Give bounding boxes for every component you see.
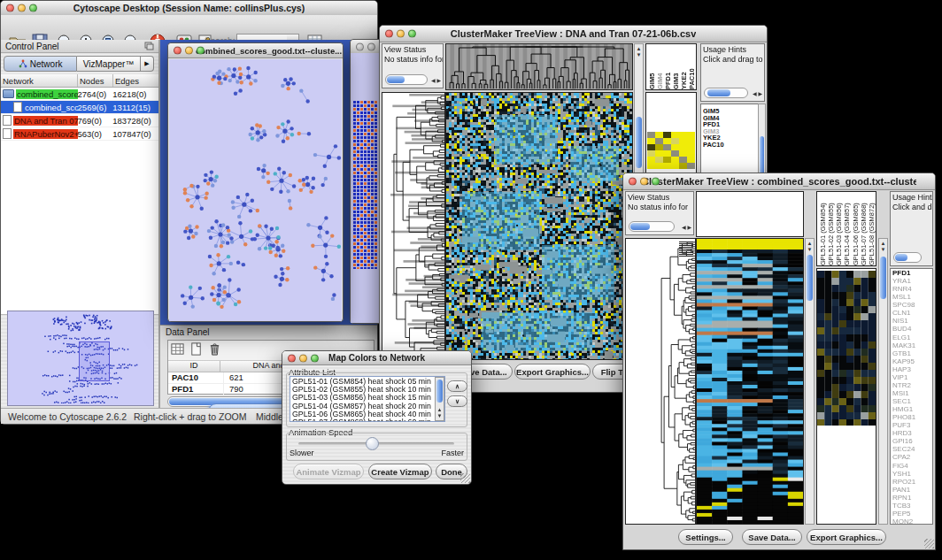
tv1-heatmap-global[interactable] [445,92,633,360]
matrix-cell[interactable] [663,132,671,138]
tv1-status-scrollbar[interactable] [385,74,428,85]
tv2-gene-label[interactable]: SEC1 [892,397,932,405]
tv1-button-2[interactable]: Export Graphics... [514,364,591,380]
dense-network-canvas[interactable] [353,101,378,269]
matrix-cell[interactable] [647,144,655,150]
tv1-hints-scrollbar[interactable] [704,88,748,98]
zoom-button[interactable] [197,47,205,55]
tv2-gene-label[interactable]: FIG4 [892,462,932,470]
matrix-cell[interactable] [655,144,663,150]
move-up-button[interactable]: ∧ [447,380,467,392]
zoom-button[interactable] [408,30,416,38]
network-graph-canvas[interactable] [169,59,342,321]
matrix-cell[interactable] [687,163,695,169]
tv2-gene-label[interactable]: RNR4 [892,285,932,293]
tv2-button-0[interactable]: Settings... [678,529,733,545]
tv2-gene-label[interactable]: PAN1 [892,486,932,494]
tv2-gene-label[interactable]: MSL1 [892,293,932,301]
tv2-gene-label[interactable]: MAK31 [892,341,932,349]
scroll-arrows[interactable]: ◀ ▶ [753,91,762,97]
tv2-gene-label[interactable]: RPN1 [892,494,932,502]
matrix-cell[interactable] [663,157,671,163]
tv2-gene-label[interactable]: GPI16 [892,437,932,445]
tv1-gene-label[interactable]: PAC10 [703,142,764,149]
create-vizmap-button[interactable]: Create Vizmap [368,464,432,479]
tv2-button-1[interactable]: Save Data... [742,529,802,545]
main-title-bar[interactable]: Cytoscape Desktop (Session Name: collins… [1,1,377,16]
matrix-cell[interactable] [687,150,695,157]
tv2-gene-label[interactable]: CLN1 [892,309,932,317]
birdseye-view[interactable] [7,311,154,406]
tv2-gene-label[interactable]: NTR2 [892,381,932,389]
network-view-window[interactable]: combined_scores_good.txt--cluste... [167,42,344,322]
tv2-gene-label[interactable]: HRD3 [892,429,932,437]
tv2-column-dendrogram[interactable] [696,191,804,237]
tv1-gene-label[interactable]: YKE2 [703,134,764,142]
float-panel-icon[interactable] [144,42,154,50]
close-button[interactable] [6,4,14,12]
matrix-cell[interactable] [655,138,663,144]
matrix-cell[interactable] [671,163,679,169]
tv2-gene-label[interactable]: YRA1 [892,277,932,285]
scroll-arrows[interactable]: ◀ ▶ [682,225,691,231]
tv2-vscrollbar-zoom[interactable]: ▲▼ [878,238,888,525]
tv2-gene-label[interactable]: HAP3 [892,365,932,373]
matrix-cell[interactable] [687,144,695,150]
attribute-list-scrollbar[interactable]: ▲ ▼ [435,377,444,421]
tab-vizmapper[interactable]: VizMapper™ [77,56,141,72]
matrix-cell[interactable] [655,132,663,138]
matrix-cell[interactable] [663,150,671,157]
zoom-button[interactable] [29,4,37,12]
create-attribute-icon[interactable] [189,341,204,357]
tv2-gene-label[interactable]: HMG1 [892,405,932,413]
matrix-cell[interactable] [679,132,687,138]
close-button[interactable] [356,42,364,50]
matrix-cell[interactable] [679,163,687,169]
tv1-gene-label[interactable]: GIM5 [703,108,764,115]
tv1-similarity-matrix[interactable] [647,132,695,169]
tv2-gene-label[interactable]: PEP5 [892,510,932,518]
map-colors-dialog[interactable]: Map Colors to Network Attribute List GPL… [282,350,472,485]
tv2-gene-label[interactable]: PHO81 [892,413,932,421]
close-button[interactable] [288,354,296,362]
network-table-header[interactable]: Network Nodes Edges [1,74,158,88]
matrix-cell[interactable] [647,138,655,144]
tv1-gene-label[interactable]: GIM3 [703,128,764,135]
close-button[interactable] [385,30,393,38]
matrix-cell[interactable] [655,150,663,157]
window-controls[interactable] [6,4,37,12]
minimize-button[interactable] [397,30,405,38]
matrix-cell[interactable] [671,150,679,157]
birdseye-canvas[interactable] [8,311,151,403]
attribute-list-item[interactable]: GPL51-07 (GSM868) heat shock 60 min [292,418,443,422]
tv2-hints-scrollbar[interactable] [893,252,922,263]
network-table-row[interactable]: combined_sco2569(6)13112(15) [1,101,158,114]
matrix-cell[interactable] [679,150,687,157]
matrix-cell[interactable] [647,132,655,138]
matrix-cell[interactable] [671,132,679,138]
close-button[interactable] [629,178,637,186]
tv2-gene-label[interactable]: KAP95 [892,357,932,365]
tv2-gene-label[interactable]: ELG1 [892,334,932,341]
resize-grip[interactable] [924,539,934,548]
tv2-gene-label[interactable]: PUF3 [892,421,932,429]
tv2-button-2[interactable]: Export Graphics... [807,529,886,545]
tv1-column-dendrogram[interactable] [445,43,633,90]
matrix-cell[interactable] [663,144,671,150]
treeview-window-combined[interactable]: ClusterMaker TreeView : combined_scores_… [622,173,936,550]
tv1-row-dendrogram[interactable] [382,92,445,360]
matrix-cell[interactable] [671,157,679,163]
minimize-button[interactable] [185,47,193,55]
tv2-gene-label[interactable]: NIS1 [892,317,932,325]
matrix-cell[interactable] [671,144,679,150]
matrix-cell[interactable] [687,157,695,163]
network-table-row[interactable]: DNA and Tran 07769(0)183728(0) [1,114,158,127]
tv2-heatmap-zoom[interactable] [816,268,876,525]
tv2-gene-label[interactable]: MSI1 [892,389,932,397]
tv2-gene-label[interactable]: YSH1 [892,470,932,478]
select-attributes-icon[interactable] [170,341,185,357]
tv2-gene-label[interactable]: PFD1 [892,269,932,277]
tv2-gene-list[interactable]: PFD1YRA1RNR4MSL1SPC98CLN1NIS1BUD4ELG1MAK… [890,268,933,525]
network-table-row[interactable]: RNAPuberNov2+563(0)107847(0) [1,127,158,141]
tv2-gene-label[interactable]: RPO21 [892,478,932,486]
